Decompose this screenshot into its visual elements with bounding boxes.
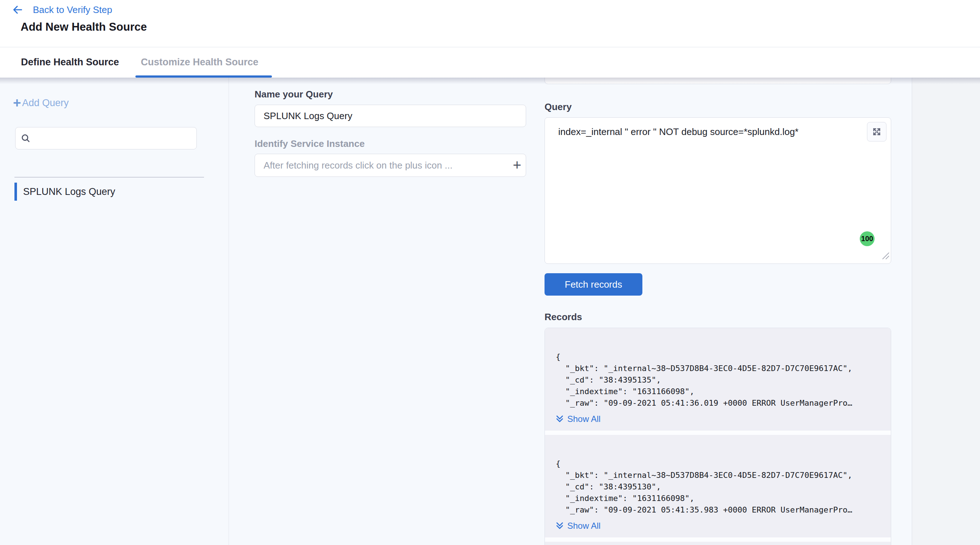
selected-indicator-bar [14, 183, 17, 201]
records-label: Records [544, 311, 582, 323]
expand-query-button[interactable] [867, 122, 886, 141]
query-label: Query [544, 102, 572, 113]
tab-bar: Define Health Source Customize Health So… [0, 48, 980, 78]
show-all-link[interactable]: Show All [556, 414, 880, 424]
service-instance-input[interactable] [255, 154, 526, 177]
record-card: { "_bkt": "_internal~38~D537D8B4-3EC0-4D… [545, 328, 891, 431]
records-container: { "_bkt": "_internal~38~D537D8B4-3EC0-4D… [544, 328, 891, 545]
query-search-box [15, 127, 197, 149]
search-input[interactable] [34, 127, 196, 149]
identify-service-instance-label: Identify Service Instance [255, 138, 365, 149]
add-query-label: Add Query [22, 97, 68, 109]
content-area: + Add Query SPLUNK Logs Query Name your … [0, 78, 980, 545]
page-header: Back to Verify Step Add New Health Sourc… [0, 0, 980, 47]
sidebar-divider-vertical [229, 78, 229, 545]
double-chevron-down-icon [556, 415, 564, 423]
tab-define-health-source[interactable]: Define Health Source [21, 48, 119, 78]
query-text: index=_internal " error " NOT debug sour… [558, 126, 799, 138]
service-instance-plus-button[interactable]: + [508, 156, 527, 175]
record-card-partial [545, 542, 891, 545]
expand-icon [872, 127, 882, 137]
back-arrow-icon [12, 4, 24, 16]
show-all-label: Show All [567, 521, 600, 531]
back-to-verify-link[interactable]: Back to Verify Step [12, 4, 112, 16]
back-link-label: Back to Verify Step [33, 4, 112, 16]
record-json: { "_bkt": "_internal~38~D537D8B4-3EC0-4D… [556, 351, 880, 409]
page-title: Add New Health Source [21, 21, 147, 33]
name-your-query-label: Name your Query [255, 89, 333, 100]
query-item-label: SPLUNK Logs Query [23, 186, 115, 197]
query-textarea[interactable]: index=_internal " error " NOT debug sour… [544, 117, 891, 264]
tab-customize-health-source[interactable]: Customize Health Source [141, 48, 259, 78]
sidebar-divider [14, 177, 204, 178]
query-name-input[interactable] [255, 105, 526, 127]
record-count-badge: 100 [860, 231, 875, 246]
record-card: { "_bkt": "_internal~38~D537D8B4-3EC0-4D… [545, 435, 891, 537]
right-background-strip [912, 78, 980, 545]
plus-icon: + [13, 97, 21, 109]
resize-grip-icon[interactable] [881, 251, 890, 261]
fetch-records-button[interactable]: Fetch records [544, 273, 643, 296]
show-all-label: Show All [567, 414, 600, 424]
search-icon [21, 133, 31, 143]
double-chevron-down-icon [556, 521, 564, 530]
record-json: { "_bkt": "_internal~38~D537D8B4-3EC0-4D… [556, 458, 880, 516]
add-query-button[interactable]: + Add Query [13, 97, 68, 109]
clipped-input-top[interactable] [544, 78, 891, 84]
show-all-link[interactable]: Show All [556, 521, 880, 531]
sidebar-item-splunk-logs-query[interactable]: SPLUNK Logs Query [14, 183, 115, 201]
